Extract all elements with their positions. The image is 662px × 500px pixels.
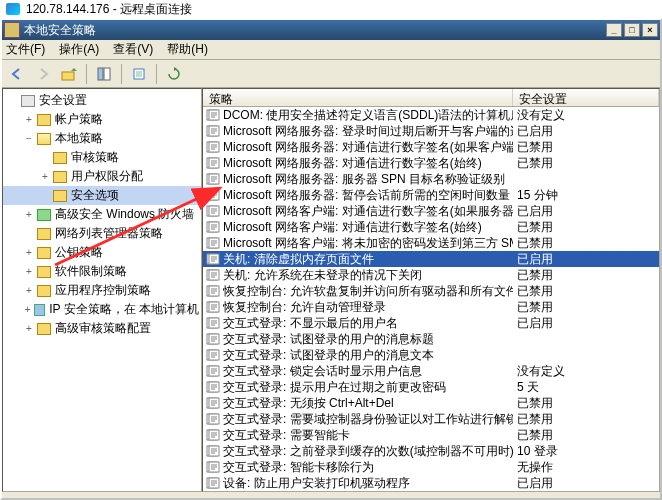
policy-setting: 已禁用 [513, 219, 657, 236]
tree-item[interactable]: +应用程序控制策略 [3, 281, 201, 300]
expander-icon[interactable]: + [23, 209, 35, 220]
folder-icon [37, 114, 51, 126]
policy-row[interactable]: 关机: 清除虚拟内存页面文件已启用 [203, 251, 659, 267]
policy-row[interactable]: Microsoft 网络客户端: 对通信进行数字签名(如果服务器…已启用 [203, 203, 659, 219]
policy-setting: 已禁用 [513, 139, 657, 156]
menu-file[interactable]: 文件(F) [6, 41, 45, 58]
column-setting[interactable]: 安全设置 [513, 89, 659, 106]
policy-row[interactable]: DCOM: 使用安全描述符定义语言(SDDL)语法的计算机启动限制没有定义 [203, 107, 659, 123]
menu-action[interactable]: 操作(A) [59, 41, 99, 58]
policy-row[interactable]: 恢复控制台: 允许软盘复制并访问所有驱动器和所有文件夹已禁用 [203, 283, 659, 299]
tree-item[interactable]: +IP 安全策略，在 本地计算机 [3, 300, 201, 319]
policy-name: Microsoft 网络服务器: 对通信进行数字签名(始终) [223, 155, 513, 172]
maximize-button[interactable]: □ [624, 23, 640, 37]
export-button[interactable] [128, 63, 150, 85]
policy-row[interactable]: 设备: 防止用户安装打印机驱动程序已启用 [203, 475, 659, 491]
expander-icon[interactable]: + [23, 323, 35, 334]
policy-row[interactable]: 交互式登录: 无须按 Ctrl+Alt+Del已禁用 [203, 395, 659, 411]
refresh-button[interactable] [163, 63, 185, 85]
tree-item[interactable]: 安全设置 [3, 91, 201, 110]
window-title: 本地安全策略 [24, 22, 96, 39]
tree-item[interactable]: +公钥策略 [3, 243, 201, 262]
mmc-window: 本地安全策略 _ □ × 文件(F) 操作(A) 查看(V) 帮助(H) 安全设… [0, 18, 662, 500]
policy-row[interactable]: Microsoft 网络服务器: 对通信进行数字签名(如果客户端…已禁用 [203, 139, 659, 155]
policy-setting: 已启用 [513, 251, 657, 268]
policy-setting: 已启用 [513, 123, 657, 140]
tree-label: 帐户策略 [55, 111, 103, 128]
policy-icon [205, 268, 221, 282]
folder-icon [37, 285, 51, 297]
tree-item[interactable]: +高级审核策略配置 [3, 319, 201, 338]
folder-icon [21, 95, 35, 107]
policy-icon [205, 364, 221, 378]
policy-icon [205, 172, 221, 186]
tree-toggle-button[interactable] [93, 63, 115, 85]
svg-rect-0 [62, 72, 74, 80]
expander-icon[interactable]: − [23, 133, 35, 144]
policy-row[interactable]: Microsoft 网络服务器: 对通信进行数字签名(始终)已禁用 [203, 155, 659, 171]
policy-icon [205, 108, 221, 122]
column-policy[interactable]: 策略 [203, 89, 513, 106]
policy-row[interactable]: 设备: 将 CD-ROM 的访问权限仅限于本地登录的用户没有定义 [203, 491, 659, 492]
expander-icon[interactable]: + [23, 304, 32, 315]
menu-help[interactable]: 帮助(H) [167, 41, 208, 58]
policy-name: 交互式登录: 需要域控制器身份验证以对工作站进行解锁 [223, 411, 513, 428]
expander-icon[interactable]: + [23, 114, 35, 125]
rdp-title-text: 120.78.144.176 - 远程桌面连接 [26, 1, 192, 18]
expander-icon[interactable]: + [23, 285, 35, 296]
expander-icon[interactable]: + [39, 171, 51, 182]
policy-row[interactable]: 恢复控制台: 允许自动管理登录已禁用 [203, 299, 659, 315]
folder-icon [34, 304, 45, 316]
policy-row[interactable]: Microsoft 网络客户端: 对通信进行数字签名(始终)已禁用 [203, 219, 659, 235]
policy-row[interactable]: Microsoft 网络服务器: 暂停会话前所需的空闲时间数量15 分钟 [203, 187, 659, 203]
forward-button[interactable] [32, 63, 54, 85]
expander-icon[interactable]: + [23, 247, 35, 258]
tree-item[interactable]: −本地策略 [3, 129, 201, 148]
policy-name: 交互式登录: 不显示最后的用户名 [223, 315, 513, 332]
policy-row[interactable]: Microsoft 网络服务器: 登录时间过期后断开与客户端的连接已启用 [203, 123, 659, 139]
window-titlebar[interactable]: 本地安全策略 _ □ × [2, 20, 660, 40]
menu-view[interactable]: 查看(V) [113, 41, 153, 58]
policy-row[interactable]: 交互式登录: 智能卡移除行为无操作 [203, 459, 659, 475]
policy-row[interactable]: Microsoft 网络服务器: 服务器 SPN 目标名称验证级别 [203, 171, 659, 187]
tree-panel[interactable]: 安全设置+帐户策略−本地策略审核策略+用户权限分配安全选项+高级安全 Windo… [2, 88, 202, 492]
policy-row[interactable]: 交互式登录: 试图登录的用户的消息文本 [203, 347, 659, 363]
tree-item[interactable]: +帐户策略 [3, 110, 201, 129]
policy-row[interactable]: 交互式登录: 提示用户在过期之前更改密码5 天 [203, 379, 659, 395]
policy-row[interactable]: 交互式登录: 之前登录到缓存的次数(域控制器不可用时)10 登录 [203, 443, 659, 459]
tree-item[interactable]: 审核策略 [3, 148, 201, 167]
policy-name: 设备: 将 CD-ROM 的访问权限仅限于本地登录的用户 [223, 491, 513, 493]
policy-row[interactable]: 交互式登录: 需要智能卡已禁用 [203, 427, 659, 443]
tree-item[interactable]: 安全选项 [3, 186, 201, 205]
policy-setting: 已启用 [513, 203, 657, 220]
minimize-button[interactable]: _ [606, 23, 622, 37]
up-button[interactable] [58, 63, 80, 85]
svg-rect-2 [104, 68, 110, 80]
tree-label: 用户权限分配 [71, 168, 143, 185]
policy-icon [205, 428, 221, 442]
policy-name: Microsoft 网络服务器: 对通信进行数字签名(如果客户端… [223, 139, 513, 156]
policy-name: 交互式登录: 试图登录的用户的消息标题 [223, 331, 513, 348]
policy-row[interactable]: 交互式登录: 不显示最后的用户名已启用 [203, 315, 659, 331]
policy-row[interactable]: 交互式登录: 需要域控制器身份验证以对工作站进行解锁已禁用 [203, 411, 659, 427]
list-header[interactable]: 策略 安全设置 [203, 89, 659, 107]
tree-item[interactable]: +用户权限分配 [3, 167, 201, 186]
policy-icon [205, 300, 221, 314]
tree-label: 高级安全 Windows 防火墙 [55, 206, 194, 223]
policy-row[interactable]: 交互式登录: 试图登录的用户的消息标题 [203, 331, 659, 347]
tree-item[interactable]: +高级安全 Windows 防火墙 [3, 205, 201, 224]
expander-icon[interactable]: + [23, 266, 35, 277]
policy-name: 交互式登录: 锁定会话时显示用户信息 [223, 363, 513, 380]
tree-item[interactable]: +软件限制策略 [3, 262, 201, 281]
list-body[interactable]: DCOM: 使用安全描述符定义语言(SDDL)语法的计算机启动限制没有定义Mic… [203, 107, 659, 492]
policy-row[interactable]: Microsoft 网络客户端: 将未加密的密码发送到第三方 SM…已禁用 [203, 235, 659, 251]
close-button[interactable]: × [642, 23, 658, 37]
tree-item[interactable]: 网络列表管理器策略 [3, 224, 201, 243]
back-button[interactable] [6, 63, 28, 85]
policy-setting: 没有定义 [513, 107, 657, 124]
policy-icon [205, 380, 221, 394]
policy-setting: 已禁用 [513, 411, 657, 428]
policy-row[interactable]: 交互式登录: 锁定会话时显示用户信息没有定义 [203, 363, 659, 379]
policy-name: Microsoft 网络服务器: 暂停会话前所需的空闲时间数量 [223, 187, 513, 204]
policy-row[interactable]: 关机: 允许系统在未登录的情况下关闭已禁用 [203, 267, 659, 283]
